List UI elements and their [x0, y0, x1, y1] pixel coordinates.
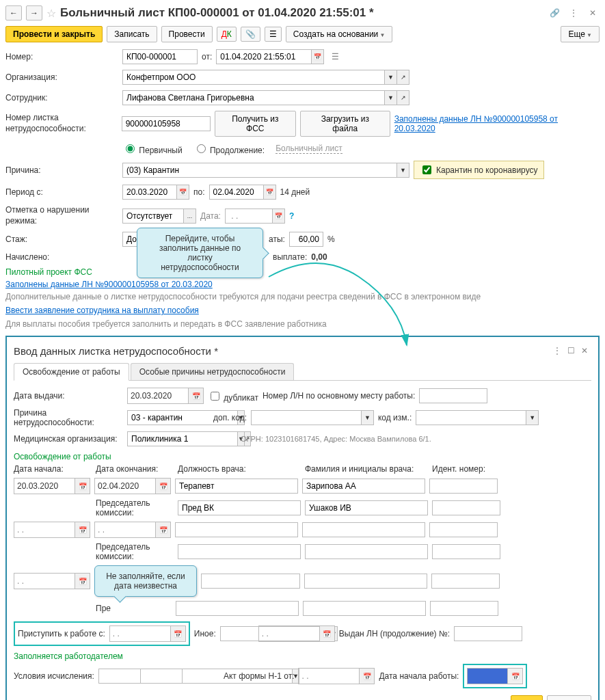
doc-name-input[interactable]	[302, 479, 425, 494]
debit-credit-icon[interactable]: ДК	[217, 27, 237, 42]
chair-name-input-3[interactable]	[303, 601, 426, 616]
calendar-icon[interactable]: 📅	[189, 388, 204, 404]
start-date-input-3[interactable]: . .	[14, 573, 75, 589]
load-file-button[interactable]: Загрузить из файла	[300, 111, 390, 137]
work-start-date-input[interactable]	[467, 668, 508, 684]
more-button[interactable]: Еще	[561, 26, 600, 42]
violation-input[interactable]	[122, 208, 184, 224]
org-input[interactable]	[122, 70, 385, 85]
dropdown-icon[interactable]: ▼	[397, 163, 409, 178]
calendar-icon[interactable]: 📅	[75, 573, 90, 589]
save-button[interactable]: Записать	[107, 26, 157, 42]
add-code-input[interactable]	[251, 410, 362, 425]
list-icon[interactable]: ☰	[328, 50, 342, 64]
calendar-icon[interactable]: 📅	[156, 478, 171, 494]
tab-special[interactable]: Особые причины нетрудоспособности	[131, 363, 295, 380]
return-date-input[interactable]: . .	[109, 625, 171, 642]
doc-name-input-3[interactable]	[304, 574, 427, 589]
post-close-button[interactable]: Провести и закрыть	[5, 26, 103, 42]
calendar-icon[interactable]: 📅	[360, 668, 375, 684]
app-info-text: Для выплаты пособия требуется заполнить …	[5, 319, 600, 329]
doc-pos-input[interactable]	[175, 479, 298, 494]
get-fss-button[interactable]: Получить из ФСС	[215, 111, 296, 137]
issued-ln-input[interactable]	[454, 626, 522, 641]
duplicate-checkbox[interactable]: дубликат	[208, 390, 258, 403]
tab-release[interactable]: Освобождение от работы	[14, 363, 129, 381]
open-icon[interactable]: ↗	[397, 70, 409, 85]
emp-input[interactable]	[122, 90, 385, 105]
calendar-icon[interactable]: 📅	[171, 625, 186, 642]
chair-id-input-3[interactable]	[430, 601, 498, 616]
end-date-input[interactable]: 02.04.2020	[94, 478, 156, 494]
id-input-2[interactable]	[429, 522, 498, 537]
end-date-input-2[interactable]: . .	[94, 522, 156, 538]
back-button[interactable]: ←	[5, 5, 22, 21]
chair-id-input[interactable]	[432, 500, 500, 515]
id-input-3[interactable]	[431, 574, 500, 589]
doc-name-input-2[interactable]	[302, 522, 425, 537]
med-org-input[interactable]	[127, 431, 238, 446]
covid-checkbox-box[interactable]: Карантин по коронавирусу	[414, 161, 544, 179]
ok-button[interactable]: ОК	[511, 695, 543, 700]
calendar-icon[interactable]: 📅	[320, 625, 335, 642]
open-icon[interactable]: ↗	[397, 90, 409, 105]
close-icon[interactable]: ✕	[586, 6, 600, 20]
chair-pos-input[interactable]	[178, 500, 301, 515]
start-date-input-2[interactable]: . .	[14, 522, 75, 538]
cancel-button[interactable]: Отмена	[547, 695, 591, 700]
issue-date-input[interactable]: 20.03.2020	[127, 388, 189, 404]
reason-input[interactable]	[122, 163, 397, 178]
chair-name-input[interactable]	[305, 500, 428, 515]
dropdown-icon[interactable]: ▼	[385, 70, 397, 85]
chair-id-input-2[interactable]	[432, 544, 500, 559]
pay-pct-input[interactable]	[289, 232, 323, 247]
doc-pos-input-2[interactable]	[175, 522, 298, 537]
chair-pos-input-2[interactable]	[178, 544, 301, 559]
id-input[interactable]	[429, 479, 498, 494]
calendar-icon[interactable]: 📅	[264, 185, 276, 200]
more-icon[interactable]: ⋮	[567, 6, 580, 20]
favorite-icon[interactable]: ☆	[46, 7, 56, 20]
primary-radio[interactable]: Первичный	[122, 142, 183, 155]
attach-icon[interactable]: 📎	[241, 27, 260, 42]
calendar-icon[interactable]: 📅	[156, 522, 171, 538]
calendar-icon[interactable]: 📅	[312, 49, 324, 64]
create-based-button[interactable]: Создать на основании	[286, 26, 393, 42]
ln-filled-link[interactable]: Заполнены данные ЛН №900000105958 от 20.…	[394, 114, 600, 133]
start-date-input[interactable]: 20.03.2020	[14, 478, 75, 494]
app-link[interactable]: Ввести заявление сотрудника на выплату п…	[5, 306, 199, 315]
calendar-icon[interactable]: 📅	[177, 185, 189, 200]
doc-pos-input-3[interactable]	[201, 574, 300, 589]
post-button[interactable]: Провести	[161, 26, 213, 42]
dropdown-icon[interactable]: ▼	[385, 90, 397, 105]
ln-filled-link-2[interactable]: Заполнены данные ЛН №900000105958 от 20.…	[5, 280, 213, 289]
act-date-input[interactable]: . .	[298, 668, 360, 684]
continuation-radio[interactable]: Продолжение:	[193, 142, 265, 155]
date-input[interactable]	[216, 49, 312, 64]
calendar-icon[interactable]: 📅	[508, 668, 523, 684]
link-icon[interactable]: 🔗	[548, 6, 561, 20]
main-ln-input[interactable]	[419, 388, 487, 403]
chair-pos-input-3[interactable]	[176, 601, 299, 616]
issue-date-label: Дата выдачи:	[14, 391, 123, 401]
more-btn[interactable]: ...	[184, 208, 196, 224]
number-input[interactable]	[122, 49, 198, 64]
dropdown-icon[interactable]: ▼	[362, 410, 374, 425]
period-from-input[interactable]	[122, 185, 177, 200]
code-chg-input[interactable]	[416, 410, 526, 425]
structure-icon[interactable]: ☰	[265, 27, 282, 42]
release-section-header: Освобождение от работы	[14, 452, 591, 461]
calendar-icon[interactable]: 📅	[75, 522, 90, 538]
period-to-input[interactable]	[209, 185, 264, 200]
chair-name-input-2[interactable]	[305, 544, 428, 559]
forward-button[interactable]: →	[26, 5, 42, 21]
ln-num-input[interactable]	[122, 116, 211, 131]
more-icon[interactable]: ⋮	[550, 344, 564, 358]
calendar-icon[interactable]: 📅	[75, 478, 90, 494]
sub-reason-label: Причина нетрудоспособности:	[14, 408, 123, 427]
other-date-input[interactable]: . .	[258, 625, 320, 642]
close-icon[interactable]: ✕	[578, 344, 591, 358]
dropdown-icon[interactable]: ▼	[526, 410, 539, 425]
maximize-icon[interactable]: ☐	[564, 344, 578, 358]
help-icon[interactable]: ?	[289, 211, 294, 221]
